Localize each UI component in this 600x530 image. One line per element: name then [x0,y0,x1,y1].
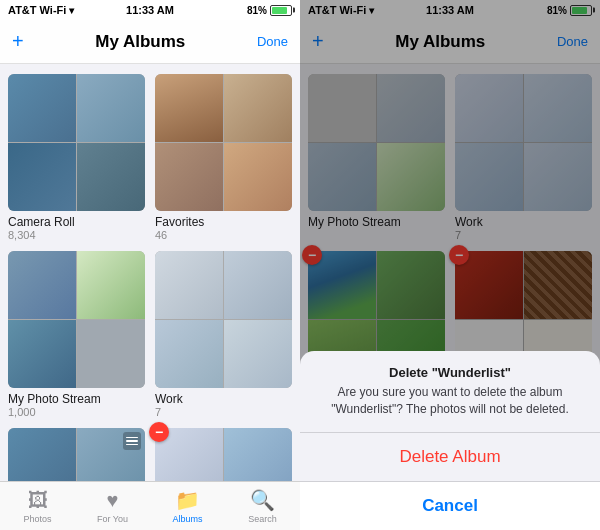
left-status-bar: AT&T Wi-Fi ▾ 11:33 AM 81% [0,0,300,20]
flights-thumb [155,428,292,481]
tab-search-left[interactable]: 🔍 Search [225,488,300,524]
left-album-grid: Camera Roll 8,304 Favorites 46 [8,74,292,481]
list-item[interactable]: − Flights [155,428,292,481]
favorites-name: Favorites [155,215,292,229]
drag-handle[interactable] [123,432,141,450]
camera-roll-count: 8,304 [8,229,145,241]
camera-roll2-thumb [8,428,145,481]
work-name: Work [155,392,292,406]
delete-action-sheet: Delete "Wunderlist" Are you sure you wan… [300,351,600,530]
cancel-button[interactable]: Cancel [300,482,600,530]
camera-roll-name: Camera Roll [8,215,145,229]
left-nav-bar: + My Albums Done [0,20,300,64]
list-item[interactable]: Camera Roll Favorites [8,428,145,481]
left-done-button[interactable]: Done [257,34,288,49]
photo-stream-name: My Photo Stream [8,392,145,406]
tab-photos-left[interactable]: 🖼 Photos [0,489,75,524]
tab-search-label: Search [248,514,277,524]
albums-icon: 📁 [175,488,200,512]
left-carrier: AT&T Wi-Fi [8,4,66,16]
work-count: 7 [155,406,292,418]
search-icon: 🔍 [250,488,275,512]
tab-photos-label: Photos [23,514,51,524]
photo-stream-count: 1,000 [8,406,145,418]
delete-dialog-overlay: Delete "Wunderlist" Are you sure you wan… [300,0,600,530]
favorites-count: 46 [155,229,292,241]
left-battery-icon [270,5,292,16]
camera-roll-thumb [8,74,145,211]
flights-minus-button[interactable]: − [149,422,169,442]
favorites-thumb [155,74,292,211]
left-nav-title: My Albums [95,32,185,52]
left-time: 11:33 AM [126,4,174,16]
delete-album-button[interactable]: Delete Album [300,433,600,481]
photo-stream-thumb [8,251,145,388]
for-you-icon: ♥ [107,489,119,512]
tab-for-you-left[interactable]: ♥ For You [75,489,150,524]
left-wifi-icon: ▾ [69,5,74,16]
dialog-title: Delete "Wunderlist" [300,351,600,384]
tab-albums-label: Albums [172,514,202,524]
left-album-list: Camera Roll 8,304 Favorites 46 [0,64,300,481]
tab-for-you-label: For You [97,514,128,524]
dialog-message: Are you sure you want to delete the albu… [300,384,600,432]
left-tab-bar: 🖼 Photos ♥ For You 📁 Albums 🔍 Search [0,481,300,530]
left-phone-screen: AT&T Wi-Fi ▾ 11:33 AM 81% + My Albums Do… [0,0,300,530]
list-item[interactable]: Work 7 [155,251,292,418]
left-battery-pct: 81% [247,5,267,16]
left-add-button[interactable]: + [12,30,24,53]
list-item[interactable]: Favorites 46 [155,74,292,241]
tab-albums-left[interactable]: 📁 Albums [150,488,225,524]
list-item[interactable]: My Photo Stream 1,000 [8,251,145,418]
photos-icon: 🖼 [28,489,48,512]
list-item[interactable]: Camera Roll 8,304 [8,74,145,241]
right-phone-screen: AT&T Wi-Fi ▾ 11:33 AM 81% + My Albums Do… [300,0,600,530]
work-thumb [155,251,292,388]
